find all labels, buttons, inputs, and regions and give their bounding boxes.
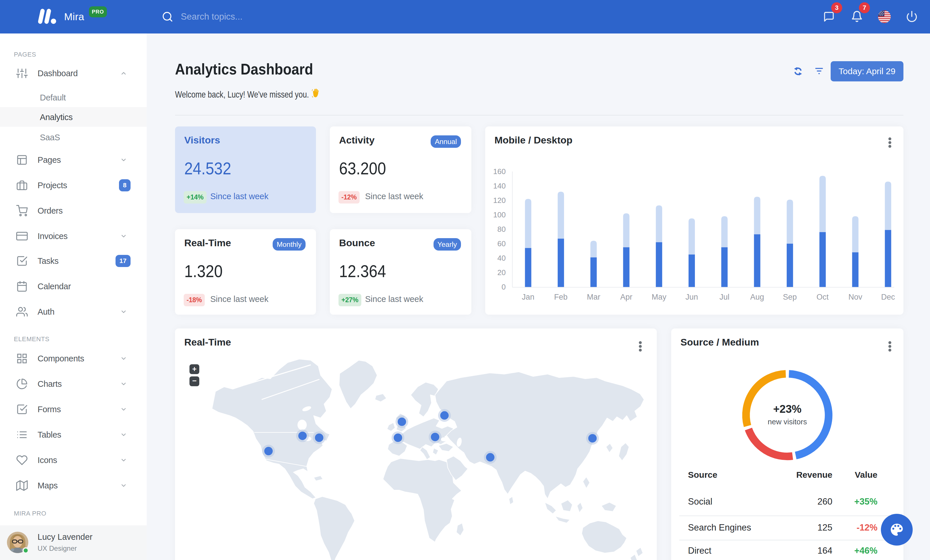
svg-text:Jun: Jun	[685, 293, 698, 301]
svg-text:Apr: Apr	[620, 293, 632, 301]
svg-text:100: 100	[493, 210, 506, 219]
svg-text:40: 40	[497, 254, 506, 262]
svg-text:60: 60	[497, 239, 506, 248]
svg-text:0: 0	[502, 282, 506, 291]
svg-text:Oct: Oct	[816, 293, 829, 301]
svg-text:20: 20	[497, 268, 506, 277]
svg-text:80: 80	[497, 225, 506, 233]
svg-text:Nov: Nov	[848, 293, 862, 301]
svg-text:Feb: Feb	[554, 293, 568, 301]
svg-text:May: May	[651, 293, 667, 301]
svg-text:120: 120	[493, 196, 506, 205]
svg-text:160: 160	[493, 167, 506, 176]
svg-text:140: 140	[493, 181, 506, 190]
svg-text:Jan: Jan	[522, 293, 534, 301]
svg-text:Mar: Mar	[587, 293, 600, 301]
svg-text:Dec: Dec	[881, 293, 895, 301]
svg-text:Sep: Sep	[783, 293, 797, 301]
svg-text:Jul: Jul	[719, 293, 730, 301]
svg-text:Aug: Aug	[750, 293, 764, 301]
